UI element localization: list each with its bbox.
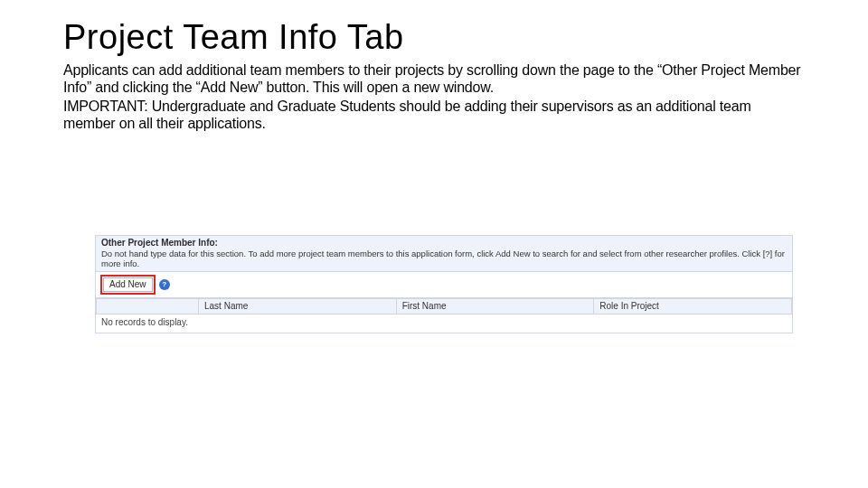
panel-description: Do not hand type data for this section. … bbox=[101, 249, 787, 269]
slide: Project Team Info Tab Applicants can add… bbox=[0, 0, 868, 488]
col-first-name: First Name bbox=[396, 298, 594, 314]
col-spacer bbox=[97, 298, 199, 314]
body-paragraph-1: Applicants can add additional team membe… bbox=[63, 62, 805, 97]
panel-title: Other Project Member Info: bbox=[101, 238, 787, 249]
info-icon[interactable]: ? bbox=[159, 279, 170, 290]
col-role: Role In Project bbox=[594, 298, 792, 314]
panel-toolbar: Add New ? bbox=[96, 272, 792, 298]
body-paragraph-2: IMPORTANT: Undergraduate and Graduate St… bbox=[63, 99, 805, 133]
col-last-name: Last Name bbox=[199, 298, 397, 314]
empty-state-text: No records to display. bbox=[96, 314, 792, 333]
add-new-button[interactable]: Add New bbox=[103, 277, 153, 292]
page-title: Project Team Info Tab bbox=[63, 18, 805, 57]
panel-header: Other Project Member Info: Do not hand t… bbox=[96, 236, 792, 272]
table-header-row: Last Name First Name Role In Project bbox=[97, 298, 792, 314]
highlight-ring: Add New bbox=[100, 275, 156, 295]
members-table: Last Name First Name Role In Project bbox=[96, 298, 792, 314]
body-text: Applicants can add additional team membe… bbox=[63, 62, 805, 133]
other-member-panel: Other Project Member Info: Do not hand t… bbox=[95, 235, 793, 333]
